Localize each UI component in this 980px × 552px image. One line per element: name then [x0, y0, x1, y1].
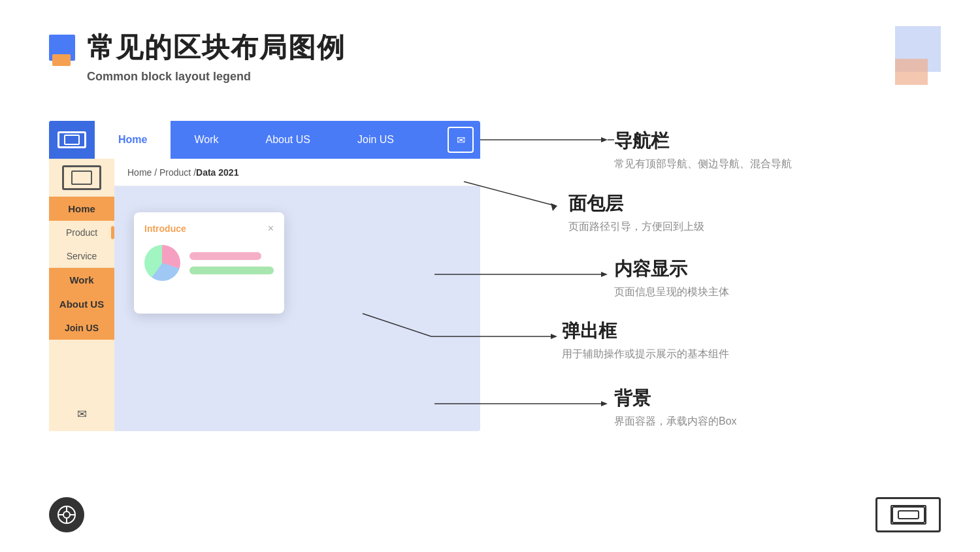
svg-marker-9 [551, 334, 557, 339]
svg-rect-18 [892, 507, 924, 523]
navbar-logo [49, 121, 95, 159]
logo-icon [57, 131, 86, 148]
navbar-email-icon[interactable]: ✉ [448, 127, 474, 153]
ann-content-desc: 页面信息呈现的模块主体 [614, 285, 729, 299]
ann-content-title: 内容显示 [614, 257, 729, 282]
ann-breadcrumb-desc: 页面路径引导，方便回到上级 [568, 220, 704, 234]
modal-chart-circle [144, 245, 180, 281]
ann-modal-desc: 用于辅助操作或提示展示的基本组件 [562, 348, 729, 361]
modal-popup[interactable]: Introduce × [134, 212, 284, 314]
navbar-item-work[interactable]: Work [171, 121, 242, 159]
breadcrumb-text: Home / Product / [127, 167, 196, 178]
ann-background-desc: 界面容器，承载内容的Box [614, 415, 737, 429]
svg-marker-11 [601, 401, 608, 406]
modal-close-button[interactable]: × [268, 223, 274, 235]
annotation-modal: 弹出框 用于辅助操作或提示展示的基本组件 [562, 319, 729, 361]
navbar-item-home[interactable]: Home [95, 121, 171, 159]
breadcrumb-bold: Data 2021 [196, 167, 238, 178]
annotation-background: 背景 界面容器，承载内容的Box [614, 386, 737, 429]
sidebar-logo [62, 165, 101, 190]
modal-title: Introduce [144, 223, 186, 234]
modal-body [144, 245, 274, 281]
sidebar-item-product[interactable]: Product [49, 221, 114, 244]
bottom-logo-right [875, 497, 941, 532]
modal-bars [189, 252, 274, 274]
deco-orange-square [895, 59, 928, 85]
ann-navbar-title: 导航栏 [614, 129, 792, 154]
logo-inner-box [890, 505, 926, 525]
navbar-item-joinus[interactable]: Join US [334, 121, 417, 159]
content-area: Home / Product / Data 2021 Introduce × [114, 159, 480, 431]
modal-bar-pink [189, 252, 261, 260]
svg-marker-6 [601, 272, 608, 277]
svg-rect-19 [898, 511, 919, 519]
ann-modal-title: 弹出框 [562, 319, 729, 344]
ann-navbar-desc: 常见有顶部导航、侧边导航、混合导航 [614, 157, 792, 171]
annotation-breadcrumb: 面包层 页面路径引导，方便回到上级 [568, 191, 704, 234]
diagram-area: Home Work About US Join US ✉ Home Produc… [49, 121, 480, 431]
navbar-mockup: Home Work About US Join US ✉ [49, 121, 480, 159]
sidebar-item-service[interactable]: Service [49, 244, 114, 268]
ann-background-title: 背景 [614, 386, 737, 411]
sidebar-item-home[interactable]: Home [49, 197, 114, 221]
sidebar-item-aboutus[interactable]: About US [49, 292, 114, 316]
modal-bar-green [189, 267, 274, 274]
modal-header: Introduce × [144, 223, 274, 235]
content-main: Introduce × [114, 186, 480, 431]
ann-breadcrumb-title: 面包层 [568, 191, 704, 216]
bottom-logo-icon [892, 506, 925, 523]
deco-top-right [882, 26, 941, 85]
title-icon [49, 35, 75, 61]
sidebar-item-work[interactable]: Work [49, 268, 114, 292]
sidebar-item-joinus[interactable]: Join US [49, 316, 114, 340]
bottom-logo-left [49, 497, 84, 532]
sidebar-email-icon[interactable]: ✉ [49, 397, 114, 431]
main-title: 常见的区块布局图例 [87, 29, 346, 66]
svg-point-13 [63, 511, 70, 518]
title-row: 常见的区块布局图例 [49, 29, 346, 66]
svg-marker-4 [551, 203, 557, 211]
logo-circle-icon [56, 504, 77, 525]
page-subtitle: Common block layout legend [87, 70, 346, 84]
annotation-navbar: 导航栏 常见有顶部导航、侧边导航、混合导航 [614, 129, 792, 171]
svg-marker-1 [601, 137, 608, 142]
navbar-item-aboutus[interactable]: About US [242, 121, 334, 159]
annotation-content: 内容显示 页面信息呈现的模块主体 [614, 257, 729, 299]
sidebar-mockup: Home Product Service Work About US Join … [49, 159, 114, 431]
breadcrumb-bar: Home / Product / Data 2021 [114, 159, 480, 186]
navbar-items: Home Work About US Join US [95, 121, 448, 159]
page-title-area: 常见的区块布局图例 Common block layout legend [49, 29, 346, 84]
